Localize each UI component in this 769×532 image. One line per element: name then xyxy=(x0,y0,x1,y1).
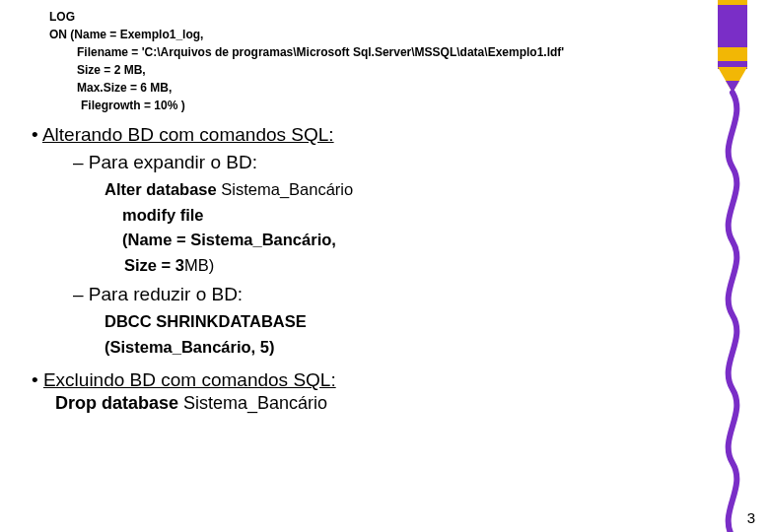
svg-rect-2 xyxy=(718,47,747,61)
bullet-text: Alterando BD com comandos SQL: xyxy=(42,124,334,145)
bullet-exclude-heading: Excluindo BD com comandos SQL: xyxy=(32,369,690,391)
code-line: modify file xyxy=(122,203,690,229)
svg-rect-0 xyxy=(718,0,747,69)
code-line: LOG xyxy=(49,8,690,26)
crayon-decoration-icon xyxy=(704,0,763,532)
bullet-alter-heading: Alterando BD com comandos SQL: xyxy=(32,124,690,146)
code-line: Alter database Sistema_Bancário xyxy=(105,177,690,203)
bullet-text: Excluindo BD com comandos SQL: xyxy=(43,369,336,390)
page-number: 3 xyxy=(747,509,755,526)
keyword: Size = 3 xyxy=(124,256,184,274)
keyword: Drop database xyxy=(55,393,183,413)
dbcc-code-block: DBCC SHRINKDATABASE (Sistema_Bancário, 5… xyxy=(105,309,690,360)
code-line: ON (Name = Exemplo1_log, xyxy=(49,26,690,43)
code-line: Size = 3MB) xyxy=(124,253,690,279)
code-line: (Sistema_Bancário, 5) xyxy=(105,335,690,361)
code-line: Max.Size = 6 MB, xyxy=(77,79,690,97)
slide-content: LOG ON (Name = Exemplo1_log, Filename = … xyxy=(0,0,690,414)
keyword: Alter database xyxy=(105,180,221,198)
drop-code-block: Drop database Sistema_Bancário xyxy=(55,393,690,414)
svg-marker-4 xyxy=(726,81,739,93)
identifier: Sistema_Bancário xyxy=(221,180,353,198)
dash-text: Para expandir o BD: xyxy=(89,152,257,172)
code-line: Filegrowth = 10% ) xyxy=(81,97,690,114)
alter-code-block: Alter database Sistema_Bancário modify f… xyxy=(105,177,690,278)
code-line: Size = 2 MB, xyxy=(77,61,690,79)
code-line: Filename = 'C:\Arquivos de programas\Mic… xyxy=(77,43,690,61)
svg-rect-1 xyxy=(718,0,747,5)
svg-marker-3 xyxy=(718,67,747,93)
unit: MB) xyxy=(184,256,214,274)
dash-reduce-heading: Para reduzir o BD: xyxy=(73,284,690,305)
dash-text: Para reduzir o BD: xyxy=(89,284,243,304)
log-code-block: LOG ON (Name = Exemplo1_log, Filename = … xyxy=(49,8,690,114)
identifier: Sistema_Bancário xyxy=(183,393,327,413)
code-line: DBCC SHRINKDATABASE xyxy=(105,309,690,335)
dash-expand-heading: Para expandir o BD: xyxy=(73,152,690,173)
code-line: (Name = Sistema_Bancário, xyxy=(122,228,690,253)
